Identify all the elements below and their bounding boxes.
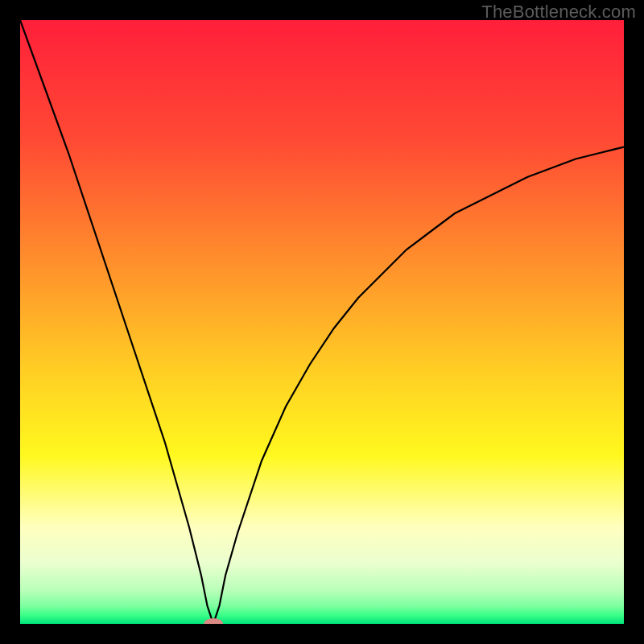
chart-frame: TheBottleneck.com <box>0 0 644 644</box>
plot-area <box>20 20 624 624</box>
chart-svg <box>20 20 624 624</box>
background-rect <box>20 20 624 624</box>
